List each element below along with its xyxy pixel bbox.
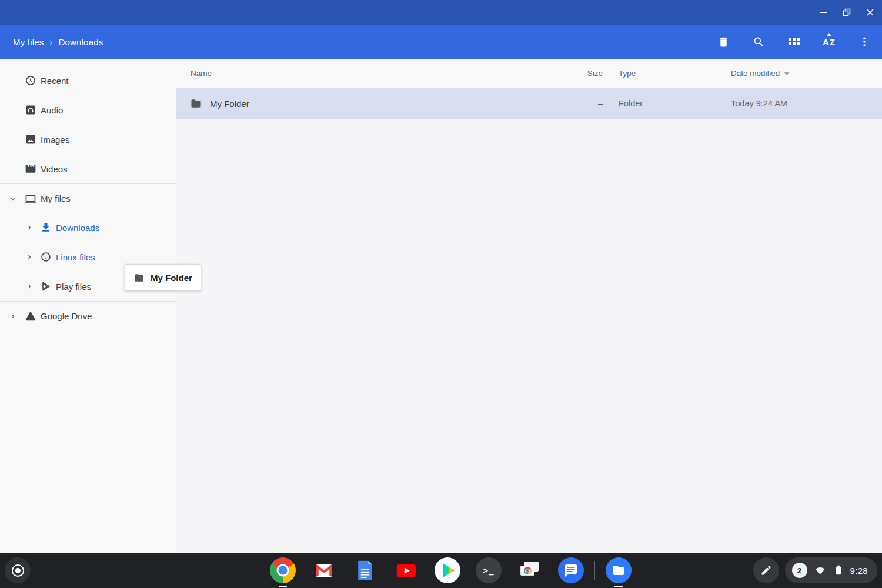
table-row[interactable]: My Folder – Folder Today 9:24 AM <box>176 88 882 119</box>
app-docs[interactable] <box>352 557 378 583</box>
breadcrumb-my-files[interactable]: My files <box>13 37 44 47</box>
app-play-store[interactable] <box>435 557 460 583</box>
wifi-icon <box>814 564 827 577</box>
launcher-button[interactable] <box>5 557 31 583</box>
file-size: – <box>532 99 603 108</box>
sidebar-item-label: Linux files <box>56 252 95 262</box>
breadcrumb-separator-icon: › <box>49 37 52 47</box>
launcher-icon <box>12 564 24 577</box>
app-youtube[interactable] <box>393 557 419 583</box>
column-header-type[interactable]: Type <box>603 69 731 78</box>
clock: 9:28 <box>850 566 868 576</box>
delete-button[interactable] <box>706 25 741 59</box>
penguin-icon <box>40 251 52 263</box>
battery-icon <box>833 563 844 577</box>
remote-desktop-icon <box>517 557 543 583</box>
list-header: Name Size Type Date modified <box>176 59 882 88</box>
drag-chip[interactable]: My Folder <box>125 264 201 291</box>
stylus-button[interactable] <box>753 557 779 583</box>
sidebar-item-audio[interactable]: Audio <box>0 95 176 125</box>
sidebar-item-label: Google Drive <box>41 311 92 321</box>
column-header-name[interactable]: Name <box>176 69 532 78</box>
status-tray[interactable]: 2 9:28 <box>785 557 877 583</box>
app-terminal[interactable]: >_ <box>476 557 502 583</box>
sidebar-item-label: Videos <box>41 164 68 174</box>
restore-icon <box>842 8 851 17</box>
sidebar-item-google-drive[interactable]: Google Drive <box>0 301 176 330</box>
terminal-icon: >_ <box>476 557 502 583</box>
title-bar <box>0 0 882 25</box>
stylus-icon <box>760 564 772 576</box>
file-list: Name Size Type Date modified My Folder –… <box>176 59 882 553</box>
sidebar-item-recent[interactable]: Recent <box>0 66 176 95</box>
drive-icon <box>25 310 36 322</box>
minimize-button[interactable] <box>811 0 835 25</box>
play-icon <box>40 280 52 292</box>
laptop-icon <box>25 193 36 205</box>
sort-az-icon: AZ <box>823 38 836 46</box>
restore-button[interactable] <box>835 0 858 25</box>
app-messages[interactable] <box>558 557 584 583</box>
app-chrome[interactable] <box>270 557 296 583</box>
sort-direction-icon <box>784 72 790 75</box>
sidebar-item-my-files[interactable]: My files <box>0 183 176 213</box>
folder-icon <box>190 98 202 109</box>
sidebar-item-downloads[interactable]: Downloads <box>0 213 176 242</box>
chevron-down-icon[interactable] <box>9 195 16 202</box>
column-header-date-modified[interactable]: Date modified <box>731 69 882 78</box>
sort-button[interactable]: AZ <box>811 25 847 59</box>
toolbar: My files › Downloads AZ <box>0 25 882 59</box>
files-app-window: My files › Downloads AZ <box>0 0 882 588</box>
drag-chip-label: My Folder <box>151 273 192 283</box>
photo-icon <box>25 133 36 145</box>
sidebar: Recent Audio Images Videos <box>0 59 176 553</box>
notification-count: 2 <box>797 566 802 575</box>
app-files[interactable] <box>606 557 632 583</box>
app-gmail[interactable] <box>311 557 337 583</box>
folder-icon <box>133 272 145 283</box>
file-name: My Folder <box>210 99 249 109</box>
shelf: >_ <box>0 553 882 588</box>
column-divider <box>520 61 520 85</box>
sidebar-item-label: Images <box>41 135 69 145</box>
search-button[interactable] <box>741 25 776 59</box>
column-header-label: Date modified <box>731 69 780 78</box>
chevron-right-icon[interactable] <box>9 313 16 320</box>
files-icon <box>606 557 632 583</box>
search-icon <box>753 36 765 48</box>
shelf-divider <box>594 561 595 580</box>
headphones-icon <box>25 104 36 116</box>
close-button[interactable] <box>858 0 882 25</box>
clock-icon <box>25 75 36 86</box>
gmail-icon <box>312 559 336 582</box>
window-controls <box>811 0 882 25</box>
sidebar-item-label: Recent <box>41 76 69 86</box>
toolbar-actions: AZ <box>706 25 882 59</box>
chevron-right-icon[interactable] <box>26 253 33 260</box>
trash-icon <box>717 36 730 48</box>
app-remote-desktop[interactable] <box>517 557 543 583</box>
notification-badge: 2 <box>792 563 807 578</box>
youtube-icon <box>395 559 418 582</box>
sidebar-item-label: Downloads <box>56 223 99 233</box>
sidebar-item-label: Play files <box>56 282 91 292</box>
more-icon <box>858 36 870 48</box>
sidebar-item-label: My files <box>41 193 71 203</box>
file-date-modified: Today 9:24 AM <box>731 99 882 108</box>
chevron-right-icon[interactable] <box>26 224 33 231</box>
running-indicator <box>614 586 623 587</box>
sidebar-item-videos[interactable]: Videos <box>0 154 176 183</box>
chevron-right-icon[interactable] <box>26 283 33 290</box>
column-header-size[interactable]: Size <box>532 69 603 78</box>
more-options-button[interactable] <box>847 25 882 59</box>
chrome-icon <box>270 557 296 583</box>
sidebar-item-label: Audio <box>41 105 63 115</box>
breadcrumb-downloads[interactable]: Downloads <box>58 37 103 47</box>
status-area: 2 9:28 <box>753 557 877 583</box>
close-icon <box>866 8 875 17</box>
sidebar-item-images[interactable]: Images <box>0 125 176 154</box>
grid-view-button[interactable] <box>776 25 811 59</box>
file-type: Folder <box>603 99 731 108</box>
download-icon <box>40 222 52 233</box>
grid-view-icon <box>789 38 800 45</box>
